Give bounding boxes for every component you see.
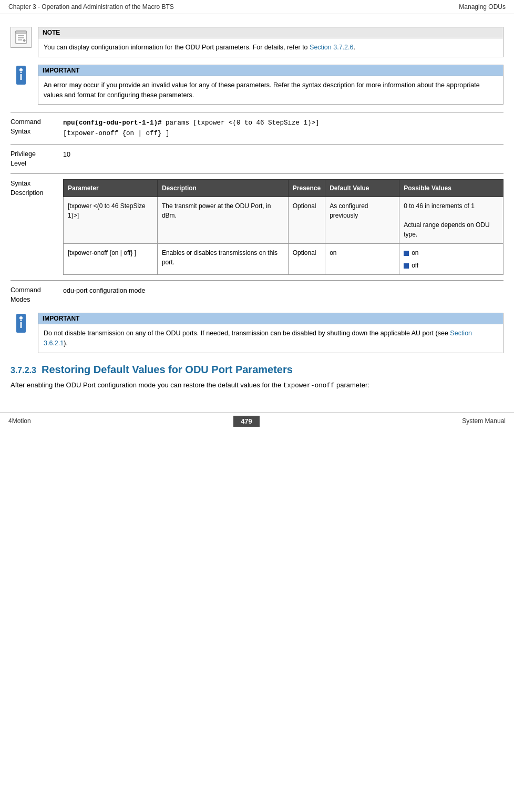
- svg-rect-1: [16, 31, 26, 33]
- important-header-label-2: IMPORTANT: [38, 313, 503, 324]
- note-header-label: NOTE: [38, 27, 503, 38]
- row1-default: As configured previously: [325, 197, 399, 244]
- important-box-1: i IMPORTANT An error may occur if you pr…: [11, 65, 503, 105]
- footer-page-number: 479: [233, 416, 260, 427]
- page-footer: 4Motion 479 System Manual: [0, 412, 514, 430]
- note-content: NOTE You can display configuration infor…: [38, 27, 503, 57]
- on-bullet-icon: [404, 251, 409, 256]
- important-i-icon: i: [16, 66, 26, 85]
- footer-right: System Manual: [462, 417, 506, 425]
- section-paragraph: After enabling the ODU Port configuratio…: [11, 380, 503, 391]
- privilege-level-section: PrivilegeLevel 10: [11, 144, 503, 168]
- row1-possible: 0 to 46 in increments of 1Actual range d…: [399, 197, 503, 244]
- command-modes-label: CommandModes: [11, 286, 63, 304]
- cmd-line-1: npu(config-odu-port-1-1)# params [txpowe…: [63, 118, 503, 128]
- bullet-off: off: [404, 261, 499, 270]
- important-icon-1: i: [11, 65, 32, 86]
- important-header-label-1: IMPORTANT: [38, 65, 503, 76]
- important-box-2: i IMPORTANT Do not disable transmission …: [11, 313, 503, 353]
- syntax-table: Parameter Description Presence Default V…: [63, 179, 503, 275]
- col-description: Description: [157, 180, 288, 197]
- command-modes-section: CommandModes odu-port configuration mode: [11, 280, 503, 304]
- important-content-2: IMPORTANT Do not disable transmission on…: [38, 313, 503, 353]
- row2-description: Enables or disables transmissions on thi…: [157, 244, 288, 275]
- page-header: Chapter 3 - Operation and Administration…: [0, 0, 514, 14]
- table-row: [txpower-onoff {on | off} ] Enables or d…: [64, 244, 503, 275]
- row2-possible: on off: [399, 244, 503, 275]
- notepad-svg-icon: [14, 30, 28, 45]
- important-body-1: An error may occur if you provide an inv…: [38, 76, 503, 105]
- main-content: NOTE You can display configuration infor…: [0, 14, 514, 402]
- command-modes-value: odu-port configuration mode: [63, 286, 503, 296]
- important-icon-2: i: [11, 313, 32, 334]
- col-parameter: Parameter: [64, 180, 158, 197]
- syntax-description-label: SyntaxDescription: [11, 179, 63, 198]
- important2-pre: Do not disable transmission on any of th…: [44, 330, 450, 337]
- col-default-value: Default Value: [325, 180, 399, 197]
- important2-post: ).: [64, 340, 68, 347]
- row2-presence: Optional: [288, 244, 325, 275]
- bullet-on: on: [404, 248, 499, 258]
- col-presence: Presence: [288, 180, 325, 197]
- table-header-row: Parameter Description Presence Default V…: [64, 180, 503, 197]
- row2-parameter: [txpower-onoff {on | off} ]: [64, 244, 158, 275]
- command-syntax-section: CommandSyntax npu(config-odu-port-1-1)# …: [11, 112, 503, 139]
- important-content-1: IMPORTANT An error may occur if you prov…: [38, 65, 503, 105]
- command-syntax-label: CommandSyntax: [11, 118, 63, 136]
- header-left: Chapter 3 - Operation and Administration…: [8, 3, 174, 11]
- syntax-description-value: Parameter Description Presence Default V…: [63, 179, 503, 275]
- important-body-2: Do not disable transmission on any of th…: [38, 324, 503, 353]
- section-title: Restoring Default Values for ODU Port Pa…: [42, 364, 293, 375]
- note-body-text: You can display configuration informatio…: [44, 44, 308, 51]
- header-right: Managing ODUs: [459, 3, 506, 11]
- note-box: NOTE You can display configuration infor…: [11, 27, 503, 57]
- privilege-level-value: 10: [63, 150, 503, 160]
- privilege-level-label: PrivilegeLevel: [11, 150, 63, 168]
- cmd-rest-part: params [txpower <(0 to 46 StepSize 1)>]: [162, 119, 320, 127]
- section-heading-3723: 3.7.2.3Restoring Default Values for ODU …: [11, 364, 503, 376]
- command-syntax-value: npu(config-odu-port-1-1)# params [txpowe…: [63, 118, 503, 139]
- row1-description: The transmit power at the ODU Port, in d…: [157, 197, 288, 244]
- cmd-line-2: [txpower-onoff {on | off} ]: [63, 128, 503, 139]
- note-icon: [11, 27, 32, 48]
- footer-left: 4Motion: [8, 417, 31, 425]
- note-link[interactable]: Section 3.7.2.6: [310, 44, 353, 51]
- row1-parameter: [txpower <(0 to 46 StepSize 1)>]: [64, 197, 158, 244]
- col-possible-values: Possible Values: [399, 180, 503, 197]
- section-number: 3.7.2.3: [11, 366, 36, 375]
- row1-presence: Optional: [288, 197, 325, 244]
- off-bullet-icon: [404, 263, 409, 269]
- mono-param: txpower-onoff: [283, 382, 335, 389]
- table-row: [txpower <(0 to 46 StepSize 1)>] The tra…: [64, 197, 503, 244]
- important-i-icon-2: i: [16, 314, 26, 333]
- note-body: You can display configuration informatio…: [38, 38, 503, 57]
- note-link-suffix: .: [353, 44, 355, 51]
- cmd-bold-part: npu(config-odu-port-1-1)#: [63, 119, 162, 127]
- syntax-description-section: SyntaxDescription Parameter Description …: [11, 173, 503, 275]
- row2-default: on: [325, 244, 399, 275]
